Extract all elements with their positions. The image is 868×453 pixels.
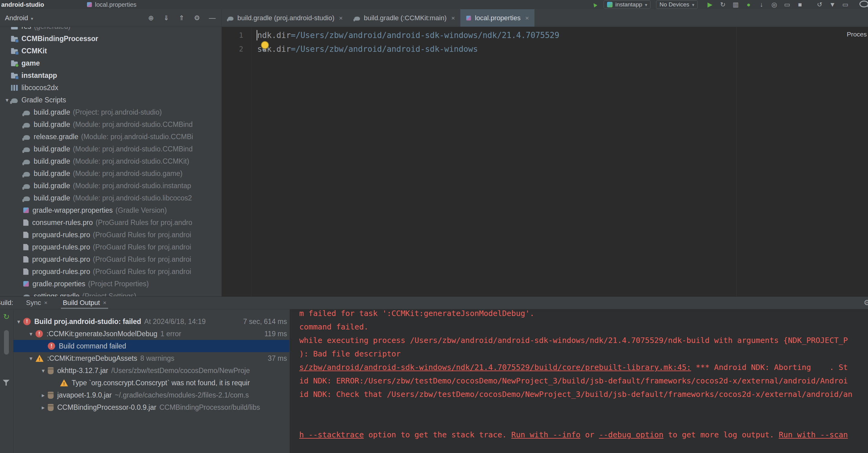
build-tree-item[interactable]: ▾:CCMKit:mergeDebugAssets8 warnings37 ms	[13, 352, 289, 364]
editor-tab[interactable]: build.gradle (:CCMKit:main)×	[348, 9, 460, 27]
settings-icon[interactable]: ⚙	[193, 14, 200, 22]
run-config-dropdown[interactable]: instantapp	[604, 0, 651, 9]
console-link[interactable]: --debug option	[599, 430, 663, 439]
build-tree-item[interactable]: ▾Build proj.android-studio: failedAt 202…	[13, 315, 289, 328]
tree-item-label: Gradle Scripts	[22, 96, 66, 104]
hide-panel-icon[interactable]: —	[209, 14, 216, 22]
editor-tab[interactable]: local.properties×	[460, 9, 534, 27]
stop-icon[interactable]: ■	[796, 1, 804, 8]
editor-tab-label: local.properties	[475, 14, 520, 22]
build-item-duration: 7 sec, 614 ms	[240, 317, 287, 326]
main-area: res(generated)CCMBindingProcessorCCMKitg…	[0, 27, 868, 296]
apply-code-changes-icon[interactable]: ↓	[758, 1, 765, 8]
build-tree-item[interactable]: Build command failed	[13, 340, 289, 352]
apply-changes-icon[interactable]: ↻	[719, 1, 726, 8]
chevron-down-icon[interactable]: ▾	[39, 367, 48, 374]
project-tree-item[interactable]: build.gradle(Module: proj.android-studio…	[0, 192, 221, 204]
project-tree-item[interactable]: build.gradle(Project: proj.android-studi…	[0, 106, 221, 118]
editor[interactable]: 1ndk.dir=/Users/zbw/android/android-sdk-…	[222, 27, 868, 296]
editor-line[interactable]: 1ndk.dir=/Users/zbw/android/android-sdk-…	[222, 28, 868, 42]
console-link[interactable]: Run with --scan	[779, 430, 848, 439]
right-margin-guide	[736, 27, 737, 296]
sync-project-icon[interactable]: ↺	[816, 1, 823, 8]
select-arrow-icon[interactable]: ▲	[589, 0, 599, 10]
project-tree-item[interactable]: build.gradle(Module: proj.android-studio…	[0, 155, 221, 167]
build-tab-bar: Sync×Build Output×	[13, 297, 109, 309]
gradle-icon	[228, 17, 234, 21]
project-tree-item[interactable]: instantapp	[0, 69, 221, 82]
tree-item-label: build.gradle	[34, 120, 70, 129]
project-tree-item[interactable]: settings.gradle(Project Settings)	[0, 290, 221, 296]
close-tab-icon[interactable]: ×	[339, 15, 343, 22]
project-tree-item[interactable]: CCMBindingProcessor	[0, 32, 221, 45]
project-tree-item[interactable]: ▾Gradle Scripts	[0, 94, 221, 106]
avd-manager-icon[interactable]: ▭	[842, 1, 849, 8]
editor-tab-label: build.gradle (:CCMKit:main)	[364, 14, 446, 22]
chevron-down-icon[interactable]: ▾	[26, 355, 35, 362]
project-tree-item[interactable]: build.gradle(Module: proj.android-studio…	[0, 143, 221, 155]
project-tree-item[interactable]: build.gradle(Module: proj.android-studio…	[0, 118, 221, 131]
editor-line[interactable]: 2sdk.dir=/Users/zbw/android/android-sdk-…	[222, 42, 868, 56]
error-icon	[23, 318, 31, 325]
project-view-selector[interactable]: Android	[5, 14, 33, 22]
project-tree-item[interactable]: build.gradle(Module: proj.android-studio…	[0, 179, 221, 192]
console-link[interactable]: Run with --info	[511, 430, 580, 439]
project-tree-item[interactable]: CCMKit	[0, 45, 221, 57]
sdk-manager-icon[interactable]: ▼	[829, 1, 836, 8]
console-line: ): Bad file descriptor	[299, 347, 868, 361]
module-icon	[11, 37, 18, 42]
project-tree-item[interactable]: build.gradle(Module: proj.android-studio…	[0, 167, 221, 179]
close-tab-icon[interactable]: ×	[44, 300, 48, 306]
project-tree-item[interactable]: proguard-rules.pro(ProGuard Rules for pr…	[0, 253, 221, 265]
filter-icon[interactable]	[3, 380, 10, 386]
chevron-down-icon[interactable]: ▾	[26, 331, 35, 337]
chevron-right-icon[interactable]: ▸	[39, 392, 48, 399]
collapse-all-icon[interactable]: ⇓	[163, 14, 170, 22]
close-tab-icon[interactable]: ×	[103, 300, 106, 306]
build-tab[interactable]: Sync×	[24, 297, 50, 309]
project-tree-item[interactable]: libcocos2dx	[0, 82, 221, 94]
project-tree-item[interactable]: release.gradle(Module: proj.android-stud…	[0, 131, 221, 143]
build-tree-item[interactable]: ▸CCMBindingProcessor-0.0.9.jarCCMBinding…	[13, 401, 289, 414]
build-item-label: javapoet-1.9.0.jar	[57, 391, 112, 399]
rerun-build-icon[interactable]: ↻	[3, 312, 10, 321]
gear-icon[interactable]: ⚙	[864, 298, 868, 307]
build-tree-item[interactable]: ▾:CCMKit:generateJsonModelDebug1 error11…	[13, 328, 289, 340]
debug-icon[interactable]: ●	[745, 1, 752, 8]
console-link[interactable]: h --stacktrace	[299, 430, 364, 439]
project-tree-item[interactable]: proguard-rules.pro(ProGuard Rules for pr…	[0, 229, 221, 241]
build-console[interactable]: m failed for task ':CCMKit:generateJsonM…	[290, 309, 868, 453]
chevron-right-icon[interactable]: ▸	[39, 404, 48, 411]
device-manager-icon[interactable]: ▭	[783, 1, 791, 8]
locate-file-icon[interactable]: ⊕	[147, 14, 155, 22]
process-overlay-text: Proces	[847, 31, 867, 38]
project-tree-item[interactable]: proguard-rules.pro(ProGuard Rules for pr…	[0, 241, 221, 253]
project-tree-item[interactable]: game	[0, 57, 221, 69]
intention-bulb-icon[interactable]	[261, 41, 269, 49]
build-tree-item[interactable]: Type `org.conscrypt.Conscrypt` was not f…	[13, 377, 289, 389]
device-search-icon[interactable]: ◎	[771, 1, 778, 8]
search-icon[interactable]	[860, 1, 868, 7]
scrollbar-thumb[interactable]	[4, 330, 9, 355]
gradle-icon	[23, 147, 30, 152]
project-tree-item[interactable]: proguard-rules.pro(ProGuard Rules for pr…	[0, 265, 221, 278]
project-tree-item[interactable]: gradle.properties(Project Properties)	[0, 278, 221, 290]
project-tree-item[interactable]: consumer-rules.pro(ProGuard Rules for pr…	[0, 217, 221, 229]
run-icon[interactable]: ▶	[706, 1, 714, 8]
expand-all-icon[interactable]: ⇑	[178, 14, 185, 22]
build-tree-item[interactable]: ▸javapoet-1.9.0.jar~/.gradle/caches/modu…	[13, 389, 289, 401]
project-tree-item[interactable]: res(generated)	[0, 27, 221, 32]
device-dropdown[interactable]: No Devices	[656, 0, 698, 9]
file-icon	[23, 244, 29, 250]
tree-item-label: consumer-rules.pro	[32, 219, 93, 227]
project-tree-item[interactable]: gradle-wrapper.properties(Gradle Version…	[0, 204, 221, 217]
profiler-icon[interactable]: ▥	[732, 1, 739, 8]
close-tab-icon[interactable]: ×	[525, 15, 529, 22]
chevron-down-icon[interactable]: ▾	[14, 318, 23, 325]
close-tab-icon[interactable]: ×	[451, 15, 455, 22]
console-link[interactable]: s/zbw/android/android-sdk-windows/ndk/21…	[299, 363, 691, 372]
build-tab[interactable]: Build Output×	[60, 297, 109, 309]
build-panel-body: ↻ ▾Build proj.android-studio: failedAt 2…	[0, 309, 868, 453]
editor-tab[interactable]: build.gradle (proj.android-studio)×	[222, 9, 348, 27]
build-tree-item[interactable]: ▾okhttp-3.12.7.jar/Users/zbw/testDemo/co…	[13, 364, 289, 377]
